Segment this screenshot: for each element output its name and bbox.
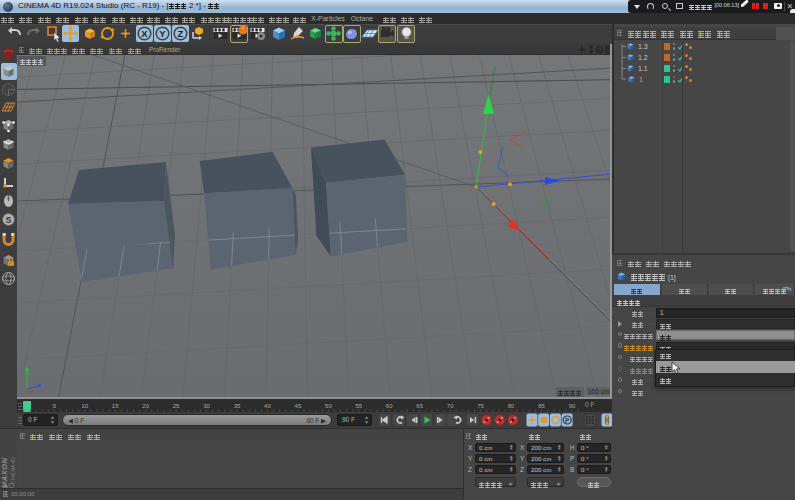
svg-text:X: X [141, 28, 148, 39]
svg-text:35: 35 [234, 403, 241, 409]
svg-text:10: 10 [81, 403, 88, 409]
svg-text:25: 25 [173, 403, 180, 409]
svg-text:Z: Z [178, 28, 184, 39]
svg-text:50: 50 [325, 403, 332, 409]
svg-text:45: 45 [295, 403, 302, 409]
svg-text:65: 65 [416, 403, 423, 409]
svg-text:P: P [565, 417, 570, 424]
svg-text:70: 70 [447, 403, 454, 409]
svg-text:80: 80 [508, 403, 515, 409]
svg-text:20: 20 [142, 403, 149, 409]
svg-text:55: 55 [355, 403, 362, 409]
svg-text:60: 60 [386, 403, 393, 409]
svg-text:Y: Y [159, 28, 166, 39]
svg-text:85: 85 [538, 403, 545, 409]
svg-text:75: 75 [477, 403, 484, 409]
svg-text:15: 15 [112, 403, 119, 409]
svg-text:Z: Z [44, 382, 47, 388]
svg-text:40: 40 [264, 403, 271, 409]
svg-text:S: S [5, 215, 11, 225]
svg-text:30: 30 [203, 403, 210, 409]
svg-text:5: 5 [53, 403, 57, 409]
svg-text:90: 90 [569, 403, 576, 409]
